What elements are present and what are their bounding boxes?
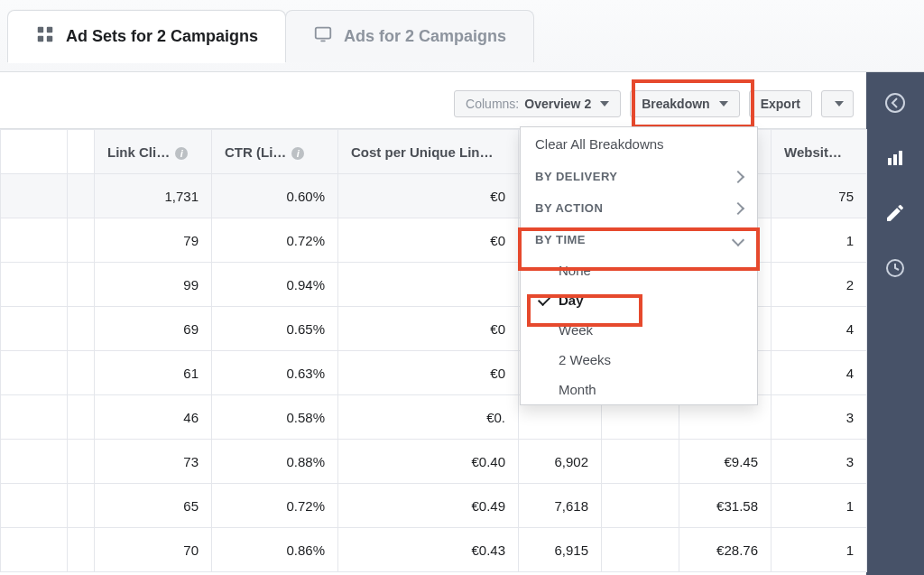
cell-website: 75 [772, 174, 867, 218]
cell-cost: €0.49 [338, 484, 519, 528]
cell-website: 1 [772, 528, 867, 572]
col-link-clicks[interactable]: Link Cli…i [95, 130, 212, 174]
rail-edit-icon[interactable] [884, 202, 906, 227]
cell-link-clicks: 73 [95, 440, 212, 484]
col-ctr[interactable]: CTR (Li…i [212, 130, 338, 174]
breakdown-clear[interactable]: Clear All Breakdowns [521, 127, 757, 161]
table-row[interactable]: 70 0.86% €0.43 6,915 €28.76 1 [1, 528, 867, 572]
col-cost-per-unique[interactable]: Cost per Unique Lin…i [338, 130, 519, 174]
breakdown-opt-day[interactable]: Day [521, 285, 757, 315]
cell-link-clicks: 46 [95, 395, 212, 440]
menu-label: BY TIME [535, 233, 586, 246]
breakdown-opt-week[interactable]: Week [521, 315, 757, 345]
tab-ad-sets[interactable]: Ad Sets for 2 Campaigns [7, 10, 286, 62]
col-blank [68, 130, 95, 174]
col-website[interactable]: Websit…i [772, 130, 867, 174]
cell-col5: 7,618 [519, 484, 602, 528]
columns-prefix: Columns: [466, 97, 519, 111]
caret-down-icon [835, 101, 844, 107]
columns-button[interactable]: Columns: Overview 2 [454, 90, 621, 117]
cell-cost: €0 [338, 218, 519, 263]
cell-ctr: 0.72% [212, 218, 338, 263]
cell-cost: €0. [338, 395, 519, 440]
breakdown-opt-month[interactable]: Month [521, 375, 757, 404]
breakdown-menu: Clear All Breakdowns BY DELIVERY BY ACTI… [520, 126, 758, 405]
caret-down-icon [719, 101, 728, 107]
info-icon[interactable]: i [847, 147, 860, 160]
cell-link-clicks: 65 [95, 484, 212, 528]
breakdown-label: Breakdown [642, 97, 709, 111]
cell-website: 3 [772, 440, 867, 484]
cell-link-clicks: 99 [95, 263, 212, 307]
breakdown-by-action[interactable]: BY ACTION [521, 192, 757, 224]
cell-link-clicks: 79 [95, 218, 212, 263]
svg-rect-9 [899, 151, 902, 165]
svg-rect-0 [38, 26, 43, 32]
cell-ctr: 0.58% [212, 395, 338, 440]
cell-cost: €0 [338, 351, 519, 395]
menu-label: BY ACTION [535, 201, 603, 215]
svg-rect-4 [316, 27, 331, 38]
export-label: Export [761, 97, 800, 111]
chevron-right-icon [732, 170, 744, 182]
cell-col5: 6,915 [519, 528, 602, 572]
cell-ctr: 0.86% [212, 528, 338, 572]
cell-link-clicks: 70 [95, 528, 212, 572]
cell-cost [338, 263, 519, 307]
breakdown-button[interactable]: Breakdown [630, 90, 739, 117]
cell-col6: €31.58 [679, 484, 772, 528]
info-icon[interactable]: i [175, 147, 188, 160]
columns-preset: Overview 2 [524, 97, 591, 111]
cell-ctr: 0.65% [212, 307, 338, 351]
svg-rect-7 [888, 158, 892, 165]
col-blank [1, 130, 68, 174]
cell-link-clicks: 61 [95, 351, 212, 395]
cell-ctr: 0.60% [212, 174, 338, 218]
svg-rect-5 [320, 40, 326, 42]
tab-label: Ad Sets for 2 Campaigns [66, 27, 258, 46]
cell-website: 4 [772, 351, 867, 395]
breakdown-opt-none[interactable]: None [521, 255, 757, 285]
tab-label: Ads for 2 Campaigns [344, 27, 506, 46]
cell-ctr: 0.63% [212, 351, 338, 395]
monitor-icon [313, 24, 333, 49]
rail-charts-icon[interactable] [884, 147, 906, 172]
breakdown-by-delivery[interactable]: BY DELIVERY [521, 161, 757, 192]
cell-website: 1 [772, 218, 867, 263]
cell-website: 4 [772, 307, 867, 351]
export-more-button[interactable] [821, 90, 854, 117]
cell-cost: €0.43 [338, 528, 519, 572]
cell-cost: €0 [338, 174, 519, 218]
caret-down-icon [600, 101, 609, 107]
svg-rect-2 [38, 35, 43, 41]
menu-label: Clear All Breakdowns [535, 136, 664, 152]
svg-rect-3 [47, 35, 52, 41]
rail-history-icon[interactable] [884, 257, 906, 282]
cell-cost: €0.40 [338, 440, 519, 484]
cell-col5: 6,902 [519, 440, 602, 484]
cell-col6: €9.45 [679, 440, 772, 484]
svg-rect-1 [47, 26, 52, 32]
rail-collapse-icon[interactable] [884, 92, 906, 116]
export-button[interactable]: Export [749, 90, 812, 117]
grid-icon [35, 24, 55, 49]
info-icon[interactable]: i [499, 147, 512, 160]
cell-website: 1 [772, 484, 867, 528]
cell-link-clicks: 1,731 [95, 174, 212, 218]
right-rail [866, 72, 924, 575]
info-icon[interactable]: i [291, 147, 304, 160]
cell-link-clicks: 69 [95, 307, 212, 351]
cell-cost: €0 [338, 307, 519, 351]
breakdown-opt-2weeks[interactable]: 2 Weeks [521, 345, 757, 375]
cell-website: 3 [772, 395, 867, 440]
cell-ctr: 0.72% [212, 484, 338, 528]
cell-ctr: 0.88% [212, 440, 338, 484]
cell-website: 2 [772, 263, 867, 307]
svg-rect-8 [893, 154, 897, 165]
cell-ctr: 0.94% [212, 263, 338, 307]
breakdown-by-time[interactable]: BY TIME [521, 224, 757, 255]
table-row[interactable]: 73 0.88% €0.40 6,902 €9.45 3 [1, 440, 867, 484]
tab-ads[interactable]: Ads for 2 Campaigns [285, 10, 534, 62]
table-row[interactable]: 65 0.72% €0.49 7,618 €31.58 1 [1, 484, 867, 528]
chevron-right-icon [732, 201, 744, 214]
